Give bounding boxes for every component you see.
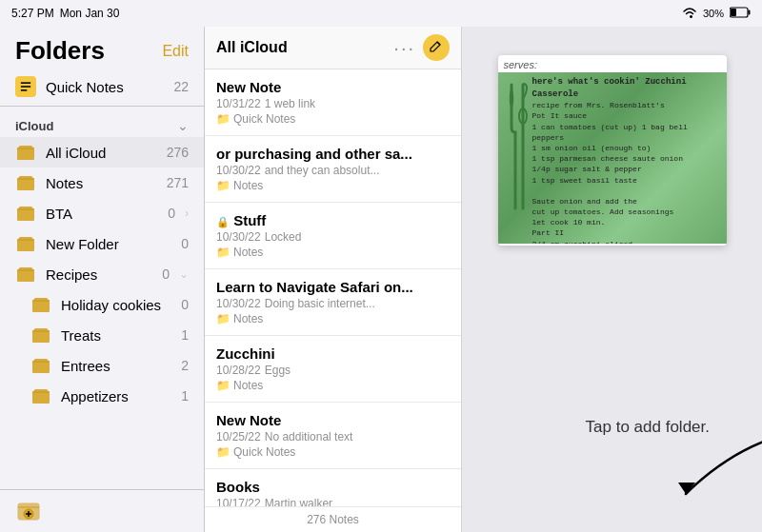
folder-icon-small: 📁 bbox=[216, 312, 231, 325]
note-date: 10/30/22 bbox=[216, 230, 261, 244]
sidebar-item-recipes[interactable]: Recipes 0 ⌄ bbox=[0, 259, 204, 289]
note-item[interactable]: Learn to Navigate Safari on... 10/30/22 … bbox=[205, 269, 461, 336]
note-folder: 📁 Quick Notes bbox=[216, 445, 450, 459]
note-meta: 10/25/22 No additional text bbox=[216, 430, 450, 443]
all-icloud-folder-icon bbox=[15, 144, 36, 161]
note-items-list: New Note 10/31/22 1 web link 📁 Quick Not… bbox=[205, 69, 461, 506]
note-preview: Doing basic internet... bbox=[265, 297, 375, 310]
note-preview: Martin walker bbox=[265, 497, 332, 506]
sidebar-item-new-folder[interactable]: New Folder 0 bbox=[0, 228, 204, 259]
note-folder: 📁 Notes bbox=[216, 312, 450, 325]
sidebar-item-quick-notes[interactable]: Quick Notes 22 bbox=[0, 71, 204, 102]
note-preview: Locked bbox=[265, 230, 302, 244]
recipe-text: here's what's cookin' Zucchini Casserole… bbox=[532, 76, 723, 244]
battery-icon bbox=[730, 7, 751, 20]
note-list-header: All iCloud ··· bbox=[205, 27, 461, 69]
folder-icon-small: 📁 bbox=[216, 445, 231, 459]
note-date: 10/30/22 bbox=[216, 164, 261, 177]
icloud-chevron-icon[interactable]: ⌄ bbox=[177, 118, 189, 133]
recipes-folder-icon bbox=[15, 266, 36, 283]
sidebar-item-notes[interactable]: Notes 271 bbox=[0, 167, 204, 198]
bta-label: BTA bbox=[46, 206, 158, 222]
note-date: 10/17/22 bbox=[216, 497, 261, 506]
note-meta: 10/30/22 Locked bbox=[216, 230, 450, 244]
folder-icon-small: 📁 bbox=[216, 246, 231, 259]
note-item[interactable]: Books 10/17/22 Martin walker 📁 Notes bbox=[205, 469, 461, 506]
sidebar-item-all-icloud[interactable]: All iCloud 276 bbox=[0, 137, 204, 167]
sidebar-content: Quick Notes 22 iCloud ⌄ All iCloud 276 bbox=[0, 71, 204, 489]
compose-button[interactable] bbox=[423, 34, 450, 61]
note-item[interactable]: New Note 10/25/22 No additional text 📁 Q… bbox=[205, 403, 461, 469]
note-meta: 10/31/22 1 web link bbox=[216, 97, 450, 110]
quick-notes-count: 22 bbox=[173, 79, 189, 94]
sidebar-item-holiday-cookies[interactable]: Holiday cookies 0 bbox=[0, 289, 204, 320]
treats-label: Treats bbox=[61, 327, 171, 344]
note-item[interactable]: New Note 10/31/22 1 web link 📁 Quick Not… bbox=[205, 69, 461, 136]
holiday-cookies-folder-icon bbox=[30, 296, 51, 313]
note-preview: and they can absolut... bbox=[265, 164, 380, 177]
more-options-button[interactable]: ··· bbox=[393, 37, 415, 59]
edit-button[interactable]: Edit bbox=[162, 43, 189, 60]
note-title: New Note bbox=[216, 412, 450, 428]
note-list-title: All iCloud bbox=[216, 39, 288, 56]
quick-notes-icon bbox=[15, 78, 36, 95]
note-folder: 📁 Notes bbox=[216, 246, 450, 259]
note-meta: 10/30/22 and they can absolut... bbox=[216, 164, 450, 177]
note-preview-image: here's what's cookin' Zucchini Casserole… bbox=[498, 72, 727, 244]
note-date: 10/28/22 bbox=[216, 364, 261, 377]
svg-line-11 bbox=[437, 42, 440, 45]
bta-count: 0 bbox=[168, 206, 175, 221]
recipes-count: 0 bbox=[162, 266, 170, 282]
svg-rect-1 bbox=[749, 10, 751, 15]
appetizers-folder-icon bbox=[30, 387, 51, 404]
holiday-cookies-label: Holiday cookies bbox=[61, 297, 171, 313]
note-list-count: 276 Notes bbox=[205, 506, 461, 532]
note-item[interactable]: 🔒 Stuff 10/30/22 Locked 📁 Notes bbox=[205, 203, 461, 269]
sidebar-header: Folders Edit bbox=[0, 27, 204, 71]
appetizers-label: Appetizers bbox=[61, 388, 171, 404]
note-title: New Note bbox=[216, 79, 450, 95]
status-bar: 5:27 PM Mon Jan 30 30% bbox=[0, 0, 762, 27]
folder-icon-small: 📁 bbox=[216, 112, 231, 126]
note-item[interactable]: Zucchini 10/28/22 Eggs 📁 Notes bbox=[205, 336, 461, 403]
arrow-indicator bbox=[667, 418, 762, 513]
note-title: or purchasing and other sa... bbox=[216, 146, 450, 162]
notes-count: 271 bbox=[167, 175, 189, 190]
icloud-label: iCloud bbox=[15, 119, 53, 133]
time: 5:27 PM bbox=[11, 7, 54, 20]
note-title: Zucchini bbox=[216, 345, 450, 362]
treats-count: 1 bbox=[181, 327, 189, 343]
sidebar-item-bta[interactable]: BTA 0 › bbox=[0, 198, 204, 228]
note-item[interactable]: or purchasing and other sa... 10/30/22 a… bbox=[205, 136, 461, 203]
recipes-label: Recipes bbox=[46, 266, 152, 283]
note-title: Learn to Navigate Safari on... bbox=[216, 279, 450, 295]
note-folder: 📁 Quick Notes bbox=[216, 112, 450, 126]
recipes-chevron-icon: ⌄ bbox=[179, 267, 189, 281]
entrees-folder-icon bbox=[30, 357, 51, 374]
lock-icon: 🔒 bbox=[216, 216, 230, 227]
battery-text: 30% bbox=[703, 8, 724, 19]
note-preview-card[interactable]: serves: here's what's cookin' Zucchini C… bbox=[498, 55, 727, 246]
sidebar-item-appetizers[interactable]: Appetizers 1 bbox=[0, 381, 204, 411]
wifi-icon bbox=[682, 7, 697, 20]
bta-folder-icon bbox=[15, 205, 36, 222]
sidebar-item-entrees[interactable]: Entrees 2 bbox=[0, 350, 204, 381]
sidebar-title: Folders bbox=[15, 36, 105, 66]
entrees-count: 2 bbox=[181, 358, 189, 373]
new-folder-count: 0 bbox=[181, 236, 189, 251]
right-panel: serves: here's what's cookin' Zucchini C… bbox=[462, 27, 762, 532]
svg-rect-2 bbox=[731, 9, 736, 16]
folder-icon-small: 📁 bbox=[216, 179, 231, 192]
note-preview: Eggs bbox=[265, 364, 291, 377]
new-folder-label: New Folder bbox=[46, 236, 171, 252]
divider-1 bbox=[0, 106, 204, 107]
quick-notes-label: Quick Notes bbox=[46, 79, 164, 95]
note-preview: 1 web link bbox=[265, 97, 315, 110]
notes-label: Notes bbox=[46, 175, 157, 191]
note-folder: 📁 Notes bbox=[216, 379, 450, 392]
new-folder-button[interactable] bbox=[15, 498, 42, 524]
sidebar-item-treats[interactable]: Treats 1 bbox=[0, 320, 204, 350]
date: Mon Jan 30 bbox=[60, 7, 120, 20]
appetizers-count: 1 bbox=[181, 388, 189, 404]
sidebar: Folders Edit Quick Notes 22 bbox=[0, 27, 205, 532]
